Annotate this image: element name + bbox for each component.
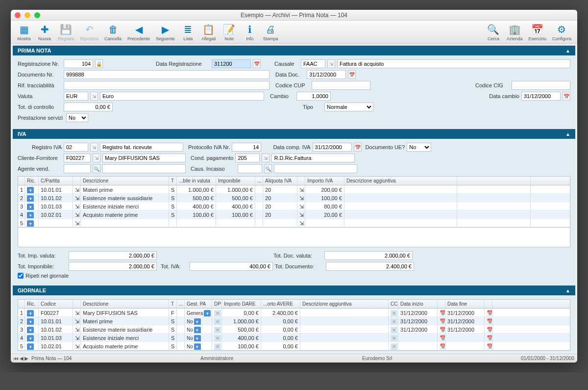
col-header[interactable]: Aliquota IVA (263, 177, 297, 185)
col-header[interactable]: Descrizione aggiuntiva (300, 300, 389, 308)
table-row[interactable]: 4▾10.01.03⇲Esistenze iniziale merciSNo▾✕… (18, 334, 570, 342)
cond-desc-field[interactable] (271, 154, 355, 162)
row-menu-icon[interactable]: ▾ (27, 220, 34, 227)
row-menu-icon[interactable]: ▾ (27, 212, 34, 218)
collapse-icon[interactable]: ▲ (565, 288, 570, 293)
col-header[interactable] (457, 177, 531, 185)
toolbar-allegati-button[interactable]: 📋Allegati (198, 23, 219, 41)
tot-ctrl-field[interactable] (64, 103, 113, 111)
nav-first-icon[interactable]: ⏮ (14, 356, 19, 361)
toolbar-configura-button[interactable]: ⚙Configura (549, 23, 574, 41)
col-header[interactable]: Ric. (25, 300, 39, 308)
col-header[interactable]: Importo DARE (222, 300, 261, 308)
clear-icon[interactable]: ✕ (214, 327, 221, 333)
col-header[interactable] (485, 300, 492, 308)
data-comp-field[interactable] (313, 143, 352, 152)
table-row[interactable]: 1▾F00227⇲Mary DIFFUSION SASFGenera▾✕0,00… (18, 309, 570, 317)
row-menu-icon[interactable]: ▾ (27, 335, 34, 341)
table-row[interactable]: 3▾10.01.03⇲Esistenze iniziale merciS400,… (18, 202, 570, 210)
col-header[interactable] (18, 177, 25, 185)
col-header[interactable]: Ric. (25, 177, 39, 185)
row-menu-icon[interactable]: ▾ (27, 343, 34, 350)
table-row[interactable]: 3▾10.01.02⇲Esistenze materie sussidiarie… (18, 325, 570, 334)
tipo-select[interactable]: Normale (324, 103, 373, 111)
toolbar-cerca-button[interactable]: 🔍Cerca (483, 23, 504, 41)
table-row[interactable]: 1▾10.01.01⇲Materi primeS1.000,00 €1.000,… (18, 185, 570, 194)
toolbar-seguente-button[interactable]: ▶Seguente (153, 23, 178, 41)
cambio-field[interactable] (296, 92, 331, 101)
clear-icon[interactable]: ✕ (391, 310, 397, 316)
col-header[interactable] (438, 300, 445, 308)
toolbar-lista-button[interactable]: ≣Lista (178, 23, 198, 41)
toolbar-mostra-button[interactable]: ▦Mostra (14, 23, 34, 41)
panel-prima-nota-header[interactable]: PRIMA NOTA ▲ (13, 46, 575, 55)
reg-iva-field[interactable] (64, 143, 88, 152)
calendar-icon[interactable]: 📅 (253, 59, 261, 68)
cli-field[interactable] (64, 154, 91, 162)
row-menu-icon[interactable]: ▾ (27, 195, 34, 202)
reg-nr-field[interactable] (64, 59, 93, 68)
toolbar-precedente-button[interactable]: ◀Precedente (124, 23, 153, 41)
col-header[interactable]: Descrizione (81, 300, 169, 308)
cup-field[interactable] (312, 81, 370, 90)
col-header[interactable]: C/Partita (39, 177, 73, 185)
col-header[interactable]: Imponibile (216, 177, 255, 185)
toolbar-stampa-button[interactable]: 🖨Stampa (260, 23, 281, 41)
reg-iva-desc-field[interactable] (100, 143, 183, 152)
col-header[interactable]: ... (255, 177, 263, 185)
collapse-icon[interactable]: ▲ (565, 131, 570, 137)
clear-icon[interactable]: ✕ (214, 310, 221, 316)
lookup-icon[interactable]: ⇲ (90, 143, 98, 152)
nav-prev-icon[interactable]: ◀ (20, 356, 24, 361)
search-icon[interactable]: 🔍 (264, 164, 272, 173)
table-row[interactable]: 2▾10.01.02⇲Esistenze materie sussidiarie… (18, 194, 570, 202)
nav-next-icon[interactable]: ▶ (24, 356, 28, 361)
calendar-icon[interactable]: 📅 (354, 143, 362, 152)
col-header[interactable]: Data fine (445, 300, 485, 308)
dropdown-icon[interactable]: ▾ (194, 318, 201, 325)
toolbar-info-button[interactable]: ℹInfo (240, 23, 260, 41)
row-menu-icon[interactable]: ▾ (27, 310, 34, 316)
clear-icon[interactable]: ✕ (391, 327, 397, 333)
table-row[interactable]: 2▾10.01.01⇲Materi primeSNo▾✕1.000,00 €0,… (18, 317, 570, 325)
calendar-icon[interactable]: 📅 (348, 70, 356, 79)
table-row[interactable]: 5▾⇲⇲ (18, 219, 570, 227)
doc-ue-select[interactable]: No (407, 143, 431, 152)
clear-icon[interactable]: ✕ (214, 335, 221, 341)
lookup-icon[interactable]: ⇲ (93, 154, 100, 162)
col-header[interactable]: Descrizione aggiuntiva (344, 177, 457, 185)
data-cambio-field[interactable] (521, 92, 561, 101)
agente-field[interactable] (64, 164, 91, 173)
collapse-icon[interactable]: ▲ (565, 48, 570, 53)
row-menu-icon[interactable]: ▾ (27, 318, 34, 325)
toolbar-nuova-button[interactable]: ✚Nuova (34, 23, 55, 41)
toolbar-azienda-button[interactable]: 🏢Azienda (504, 23, 526, 41)
causale-field[interactable] (301, 59, 325, 68)
panel-iva-header[interactable]: IVA ▲ (13, 129, 575, 139)
lookup-icon[interactable]: ⇲ (262, 154, 270, 162)
lookup-icon[interactable]: ⇲ (327, 59, 335, 68)
clear-icon[interactable]: ✕ (391, 343, 397, 350)
row-menu-icon[interactable]: ▾ (27, 204, 34, 210)
col-header[interactable] (18, 300, 25, 308)
col-header[interactable] (297, 177, 305, 185)
col-header[interactable]: Gest. PA (185, 300, 212, 308)
data-reg-field[interactable] (212, 59, 251, 68)
clear-icon[interactable]: ✕ (214, 343, 221, 350)
ripeti-checkbox[interactable] (18, 273, 24, 279)
dropdown-icon[interactable]: ▾ (194, 335, 201, 341)
col-header[interactable]: ...bile in valuta (177, 177, 216, 185)
col-header[interactable]: Codice (39, 300, 73, 308)
search-icon[interactable]: 🔍 (93, 164, 100, 173)
rif-field[interactable] (64, 81, 270, 90)
col-header[interactable]: T (169, 300, 177, 308)
clear-icon[interactable]: ✕ (391, 335, 397, 341)
doc-nr-field[interactable] (64, 70, 270, 79)
causale-desc-field[interactable] (337, 59, 570, 68)
panel-giornale-header[interactable]: GIORNALE ▲ (13, 286, 575, 295)
table-row[interactable]: 5▾10.02.01⇲Acquisto materie primeSNo▾✕10… (18, 342, 570, 350)
dropdown-icon[interactable]: ▾ (194, 343, 201, 350)
data-doc-field[interactable] (307, 70, 346, 79)
clear-icon[interactable]: ✕ (214, 318, 221, 325)
toolbar-esercizio-button[interactable]: 📅Esercizio (525, 23, 549, 41)
